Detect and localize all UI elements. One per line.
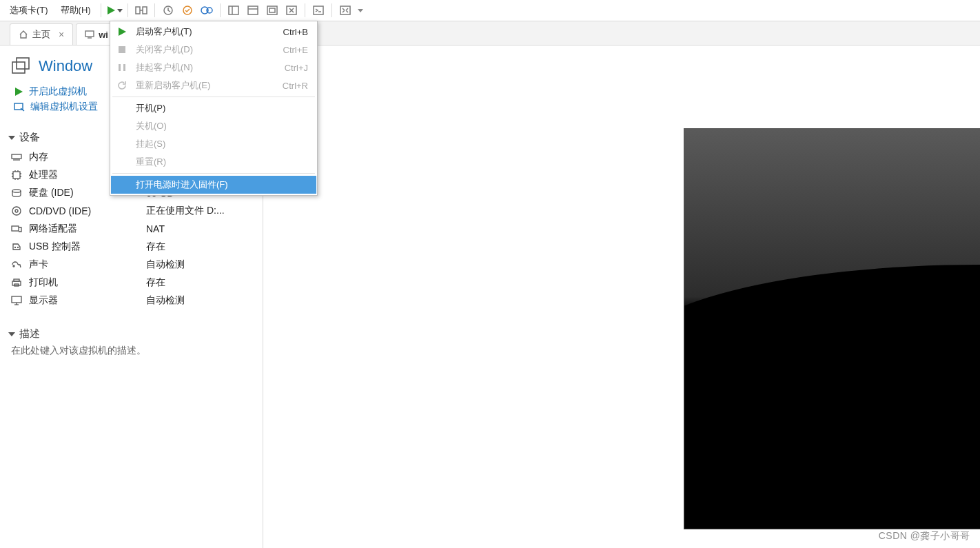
toolbar-separator: [101, 3, 101, 17]
power-button[interactable]: [105, 1, 123, 19]
preview-curve: [684, 265, 980, 529]
svg-rect-40: [14, 279, 19, 281]
view-single-button[interactable]: [244, 1, 262, 19]
menu-help[interactable]: 帮助(H): [55, 4, 96, 17]
menu-power-on[interactable]: 开机(P): [111, 99, 316, 117]
device-row[interactable]: USB 控制器存在: [11, 238, 252, 256]
device-value: 存在: [146, 238, 252, 256]
svg-point-36: [15, 247, 16, 248]
menu-shutdown: 关机(O): [111, 117, 316, 135]
home-icon: [19, 30, 28, 39]
device-row[interactable]: 打印机存在: [11, 274, 252, 292]
menu-item-label: 关机(O): [136, 120, 308, 132]
close-icon[interactable]: ×: [59, 29, 64, 40]
device-value: 存在: [146, 274, 252, 292]
vm-main-area: [263, 45, 980, 548]
svg-marker-17: [358, 9, 363, 12]
svg-rect-20: [119, 64, 121, 71]
svg-rect-31: [13, 172, 20, 179]
toolbar-separator: [331, 3, 332, 17]
play-icon: [115, 27, 129, 37]
snapshot-button[interactable]: [159, 1, 177, 19]
vm-preview-thumbnail[interactable]: [684, 128, 980, 529]
svg-marker-45: [8, 332, 15, 336]
device-row[interactable]: 网络适配器NAT: [11, 220, 252, 238]
chevron-down-icon: [8, 134, 15, 141]
svg-point-34: [15, 210, 18, 212]
device-label: 声卡: [29, 256, 146, 274]
stretch-button[interactable]: [336, 1, 354, 19]
menu-restart-guest: 重新启动客户机(E) Ctrl+R: [111, 77, 316, 94]
svg-point-32: [12, 190, 21, 192]
menu-item-label: 挂起(S): [136, 138, 308, 150]
svg-rect-12: [267, 6, 277, 14]
device-label: CD/DVD (IDE): [29, 202, 146, 220]
svg-rect-42: [12, 296, 21, 303]
vm-title-text: Window: [39, 57, 92, 75]
svg-rect-8: [229, 6, 238, 14]
svg-marker-0: [108, 6, 115, 14]
svg-point-33: [12, 207, 21, 215]
menu-item-shortcut: Ctrl+R: [283, 81, 308, 91]
device-row[interactable]: 声卡自动检测: [11, 256, 252, 274]
device-icon: [11, 148, 29, 166]
menu-item-shortcut: Ctrl+B: [283, 27, 308, 37]
view-split-button[interactable]: [225, 1, 243, 19]
pause-icon: [115, 63, 129, 72]
device-row[interactable]: 显示器自动检测: [11, 292, 252, 309]
menu-item-label: 关闭客户机(D): [136, 43, 276, 56]
svg-rect-16: [340, 6, 350, 14]
toolbar-separator: [305, 3, 305, 17]
restart-icon: [115, 81, 129, 90]
manage-snapshot-button[interactable]: [198, 1, 216, 19]
svg-rect-19: [119, 46, 125, 53]
menu-enter-firmware[interactable]: 打开电源时进入固件(F): [111, 176, 316, 194]
device-label: 显示器: [29, 292, 146, 309]
vm-tabs-icon: [11, 57, 32, 76]
device-icon: [11, 166, 29, 184]
svg-point-37: [18, 247, 19, 248]
dropdown-arrow-icon[interactable]: [116, 8, 123, 13]
menu-separator: [112, 97, 315, 97]
svg-marker-1: [117, 9, 123, 12]
menu-item-shortcut: Ctrl+E: [283, 45, 308, 55]
dropdown-arrow-icon[interactable]: [356, 8, 365, 13]
menu-item-shortcut: Ctrl+J: [285, 63, 308, 73]
send-input-button[interactable]: [132, 1, 150, 19]
menu-close-guest: 关闭客户机(D) Ctrl+E: [111, 41, 316, 59]
device-row[interactable]: CD/DVD (IDE)正在使用文件 D:...: [11, 202, 252, 220]
menu-options[interactable]: 选项卡(T): [4, 4, 54, 17]
description-placeholder[interactable]: 在此处键入对该虚拟机的描述。: [11, 345, 252, 357]
device-label: 打印机: [29, 274, 146, 292]
svg-point-38: [13, 265, 14, 267]
svg-rect-13: [269, 8, 275, 12]
section-description[interactable]: 描述: [8, 327, 252, 341]
menu-item-label: 打开电源时进入固件(F): [136, 179, 308, 191]
device-icon: [11, 256, 29, 274]
svg-rect-39: [12, 281, 21, 285]
console-button[interactable]: [309, 1, 327, 19]
menu-item-label: 重置(R): [136, 156, 308, 168]
section-label: 描述: [19, 327, 40, 341]
tab-home[interactable]: 主页 ×: [10, 23, 73, 45]
svg-rect-24: [12, 62, 25, 73]
device-value: 自动检测: [146, 256, 252, 274]
toolbar-separator: [154, 3, 155, 17]
device-value: 正在使用文件 D:...: [146, 202, 252, 220]
svg-rect-35: [12, 226, 19, 231]
revert-snapshot-button[interactable]: [178, 1, 196, 19]
toolbar: 选项卡(T) 帮助(H): [0, 0, 980, 21]
action-label: 编辑虚拟机设置: [30, 101, 98, 113]
device-icon: [11, 202, 29, 220]
action-label: 开启此虚拟机: [29, 85, 87, 98]
toolbar-separator: [127, 3, 128, 17]
svg-rect-29: [12, 154, 21, 159]
svg-rect-22: [85, 31, 94, 37]
menu-start-guest[interactable]: 启动客户机(T) Ctrl+B: [111, 23, 316, 41]
menu-item-label: 重新启动客户机(E): [136, 79, 276, 92]
device-icon: [11, 292, 29, 309]
stop-icon: [115, 45, 129, 54]
menu-item-label: 开机(P): [136, 102, 308, 114]
fullscreen-button[interactable]: [263, 1, 281, 19]
unity-button[interactable]: [283, 1, 300, 19]
